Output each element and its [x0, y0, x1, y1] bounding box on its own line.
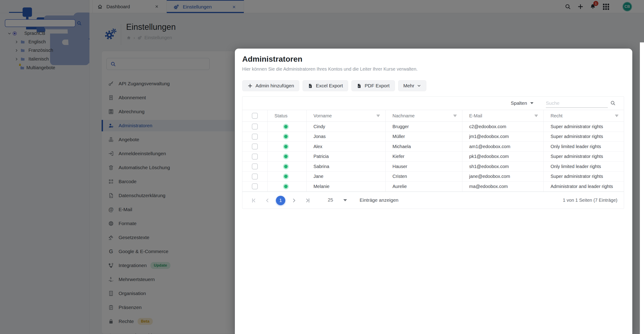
cell-nachname: Brugger	[385, 122, 462, 132]
row-checkbox[interactable]	[252, 143, 258, 149]
chevron-down-icon	[530, 102, 534, 104]
cell-nachname: Michaela	[385, 142, 462, 152]
cell-email: jm1@edoobox.com	[462, 132, 544, 142]
cell-vorname: Cindy	[306, 122, 386, 132]
pdf-export-button[interactable]: x PDF Export	[351, 80, 395, 91]
table-search-input[interactable]	[546, 99, 608, 108]
cell-email: sh1@edoobox.com	[462, 162, 544, 171]
cell-vorname: Sabrina	[306, 162, 386, 171]
status-active-dot	[284, 125, 288, 128]
excel-export-button[interactable]: x Excel Export	[302, 80, 348, 91]
table-pagination: 1 25 Einträge anzeigen 1 von 1 Seiten (7…	[242, 192, 624, 209]
panel-actions: Admin hinzufügen x Excel Export x PDF Ex…	[242, 80, 426, 91]
admins-table: Spalten Status Vorname Nachname E-Mail R…	[242, 96, 624, 209]
cell-recht: Super administrator rights	[543, 152, 624, 162]
cell-vorname: Jonas	[306, 132, 386, 142]
table-row[interactable]: Melanie Aurelie ma@edoobox.com Administr…	[242, 182, 624, 192]
first-page-icon[interactable]	[251, 197, 257, 204]
status-active-dot	[284, 135, 288, 138]
table-row[interactable]: Jonas Müller jm1@edoobox.com Super admin…	[242, 132, 624, 142]
column-header-nachname[interactable]: Nachname	[392, 113, 415, 118]
column-header-recht[interactable]: Recht	[550, 113, 562, 118]
cell-nachname: Kiefer	[385, 152, 462, 162]
panel-subtitle: Hier können Sie die Administratoren Ihre…	[242, 66, 418, 72]
cell-email: am1@edoobox.com	[462, 142, 544, 152]
cell-nachname: Cristen	[385, 172, 462, 182]
table-row[interactable]: Jane Cristen jane@edoobox.com Super admi…	[242, 172, 624, 182]
previous-page-icon[interactable]	[264, 197, 270, 204]
cell-recht: Super administrator rights	[543, 122, 624, 132]
column-header-email[interactable]: E-Mail	[469, 113, 482, 118]
column-header-status[interactable]: Status	[274, 113, 288, 118]
svg-text:x: x	[358, 85, 360, 87]
row-checkbox[interactable]	[252, 163, 258, 169]
cell-recht: Administrator and leader rights	[543, 182, 624, 191]
search-icon[interactable]	[610, 100, 616, 106]
table-toolbar: Spalten	[242, 96, 624, 110]
last-page-icon[interactable]	[304, 197, 311, 204]
table-search-field[interactable]	[546, 99, 608, 108]
cell-recht: Super administrator rights	[543, 172, 624, 182]
excel-file-icon: x	[308, 83, 313, 88]
status-active-dot	[284, 175, 288, 178]
cell-email: ma@edoobox.com	[462, 182, 544, 191]
select-all-checkbox[interactable]	[252, 113, 258, 119]
column-header-vorname[interactable]: Vorname	[314, 113, 332, 118]
panel-title: Administratoren	[242, 54, 302, 63]
pagination-summary: 1 von 1 Seiten (7 Einträge)	[563, 198, 618, 203]
table-row[interactable]: Sabrina Hauser sh1@edoobox.com Only limi…	[242, 162, 624, 172]
cell-email: pk1@edoobox.com	[462, 152, 544, 162]
page-size-dropdown-icon[interactable]	[343, 199, 347, 201]
row-checkbox[interactable]	[252, 124, 258, 129]
row-checkbox[interactable]	[252, 134, 258, 140]
row-checkbox[interactable]	[252, 183, 258, 189]
scrollbar-track[interactable]	[640, 42, 644, 334]
table-row[interactable]: Patricia Kiefer pk1@edoobox.com Super ad…	[242, 152, 624, 162]
row-checkbox[interactable]	[252, 174, 258, 180]
filter-icon[interactable]	[614, 113, 619, 118]
status-active-dot	[284, 165, 288, 168]
cell-vorname: Patricia	[306, 152, 386, 162]
row-checkbox[interactable]	[252, 154, 258, 160]
cell-nachname: Hauser	[385, 162, 462, 171]
cell-vorname: Jane	[306, 172, 386, 182]
next-page-icon[interactable]	[291, 197, 297, 204]
add-admin-button[interactable]: Admin hinzufügen	[242, 80, 299, 91]
columns-dropdown[interactable]: Spalten	[511, 96, 534, 110]
cell-recht: Only limited leader rights	[543, 142, 624, 152]
page-size-value[interactable]: 25	[328, 197, 333, 203]
cell-email: jane@edoobox.com	[462, 172, 544, 182]
status-active-dot	[284, 155, 288, 158]
cell-vorname: Melanie	[306, 182, 386, 191]
table-header-row: Status Vorname Nachname E-Mail Recht	[242, 110, 624, 122]
administratoren-panel: Administratoren Hier können Sie die Admi…	[235, 49, 632, 334]
table-row[interactable]: Alex Michaela am1@edoobox.com Only limit…	[242, 142, 624, 152]
filter-icon[interactable]	[452, 113, 458, 118]
cell-nachname: Aurelie	[385, 182, 462, 191]
cell-recht: Super administrator rights	[543, 132, 624, 142]
status-active-dot	[284, 185, 288, 188]
chevron-down-icon	[417, 84, 421, 88]
cell-email: c2@edoobox.com	[462, 122, 544, 132]
status-active-dot	[284, 145, 288, 148]
svg-text:x: x	[310, 85, 311, 87]
cell-vorname: Alex	[306, 142, 386, 152]
pdf-file-icon: x	[357, 83, 362, 88]
plus-icon	[248, 83, 253, 88]
current-page-button[interactable]: 1	[276, 196, 285, 205]
filter-icon[interactable]	[534, 113, 539, 118]
entries-label: Einträge anzeigen	[360, 197, 398, 203]
cell-recht: Only limited leader rights	[543, 162, 624, 171]
filter-icon[interactable]	[376, 113, 381, 118]
cell-nachname: Müller	[385, 132, 462, 142]
more-button[interactable]: Mehr	[398, 80, 426, 91]
table-row[interactable]: Cindy Brugger c2@edoobox.com Super admin…	[242, 122, 624, 132]
